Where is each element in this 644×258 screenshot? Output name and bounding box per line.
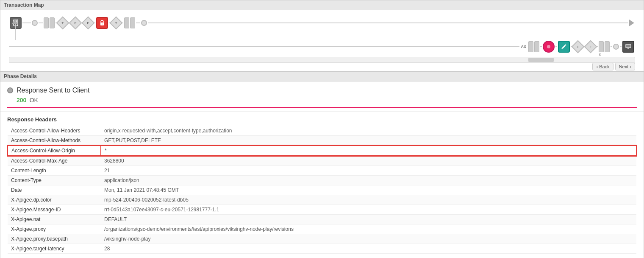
transaction-map-header: Transaction Map <box>0 0 644 10</box>
header-name: Content-Length <box>8 166 101 176</box>
bar-1 <box>44 17 49 28</box>
scroll-thumb[interactable] <box>528 58 554 62</box>
t-diamond-1: T <box>56 16 69 29</box>
header-value: /organizations/gsc-demo/environments/tes… <box>101 224 636 234</box>
header-name: Content-Type <box>8 176 101 185</box>
bar-b4 <box>605 41 610 52</box>
status-row: 200 OK <box>17 97 637 104</box>
status-code: 200 <box>17 97 26 104</box>
flow-line-b1 <box>540 46 542 47</box>
header-value: Mon, 11 Jan 2021 07:48:45 GMT <box>101 185 636 195</box>
server-node <box>622 41 634 53</box>
header-name: Access-Control-Max-Age <box>8 156 101 166</box>
table-row: X-Apigee.proxy/organizations/gsc-demo/en… <box>8 224 636 234</box>
bar-group-bottom-2 <box>598 41 610 52</box>
t-diamond-b1: T <box>571 40 584 53</box>
scroll-label: ε <box>599 52 601 56</box>
transaction-map-title: Transaction Map <box>4 2 44 8</box>
headers-table: Access-Control-Allow-Headersorigin,x-req… <box>7 126 637 254</box>
table-row: Content-Length21 <box>8 166 636 176</box>
bar-group-1 <box>43 17 55 28</box>
header-name: X-Apigee.proxy.basepath <box>8 234 101 244</box>
header-name: X-Apigee.proxy <box>8 224 101 234</box>
table-row: Access-Control-Allow-Headersorigin,x-req… <box>8 126 636 136</box>
header-value: /viksinghv-node-play <box>101 234 636 244</box>
svg-rect-9 <box>626 49 630 49</box>
flow-line-b6 <box>611 46 612 47</box>
header-name: Date <box>8 185 101 195</box>
bar-group-bottom-1 <box>528 41 540 52</box>
bar-2 <box>50 17 55 28</box>
svg-point-4 <box>102 24 103 25</box>
bar-b2 <box>534 41 539 52</box>
flow-line-expand <box>148 22 628 23</box>
scroll-area[interactable]: ε <box>9 57 635 63</box>
flow-line-b7 <box>620 46 622 47</box>
f-diamond-1: F <box>69 16 82 29</box>
t-diamond-2: T <box>109 16 122 29</box>
phase-details-header: Phase Details <box>0 72 644 81</box>
flow-line-9 <box>136 22 140 23</box>
svg-point-5 <box>547 45 550 48</box>
arrow-up-left <box>12 20 18 24</box>
bar-b1 <box>528 41 533 52</box>
header-value: 3628800 <box>101 156 636 166</box>
headers-section: Response Headers Access-Control-Allow-He… <box>0 112 644 258</box>
table-row: X-Apigee.Message-IDrrt-0d5143a107ee43097… <box>8 205 636 215</box>
phase-dot <box>7 87 13 93</box>
table-row: Access-Control-Allow-Origin* <box>8 146 636 156</box>
phase-details-title: Phase Details <box>4 73 37 79</box>
dot-node-2 <box>141 20 147 26</box>
v-connector-left <box>15 21 16 40</box>
nav-row: ‹ Back Next › <box>592 63 635 70</box>
bar-4 <box>130 17 135 28</box>
lock-node <box>96 17 108 29</box>
table-row: X-Apigee.target-latency28 <box>8 244 636 254</box>
header-value: origin,x-requested-with,accept,content-t… <box>101 126 636 136</box>
phase-title-row: Response Sent to Client <box>7 87 637 94</box>
dot-node-1 <box>32 20 38 26</box>
header-value: application/json <box>101 176 636 185</box>
header-value: mp-524-200406-0020052-latest-db05 <box>101 195 636 205</box>
flow-line-b2 <box>555 46 557 47</box>
f-diamond-2: F <box>81 16 94 29</box>
table-row: Content-Typeapplication/json <box>8 176 636 185</box>
table-row: DateMon, 11 Jan 2021 07:48:45 GMT <box>8 185 636 195</box>
dot-node-b1 <box>613 44 619 50</box>
table-row: X-Apigee.natDEFAULT <box>8 215 636 224</box>
flow-line-1 <box>22 22 31 23</box>
edit-node <box>558 41 570 53</box>
ax-label: AX <box>521 45 526 49</box>
table-row: X-Apigee.dp.colormp-524-200406-0020052-l… <box>8 195 636 205</box>
table-row: Access-Control-Allow-MethodsGET,PUT,POST… <box>8 136 636 146</box>
header-value: 28 <box>101 244 636 254</box>
header-name: Access-Control-Allow-Methods <box>8 136 101 146</box>
back-button[interactable]: ‹ Back <box>592 63 613 70</box>
header-name: X-Apigee.dp.color <box>8 195 101 205</box>
header-name: X-Apigee.target-latency <box>8 244 101 254</box>
transaction-map-body: T F F T <box>0 10 644 72</box>
headers-title: Response Headers <box>7 116 637 123</box>
phase-details-body: Response Sent to Client 200 OK <box>0 81 644 112</box>
pink-circle-node <box>543 41 555 53</box>
header-value: GET,PUT,POST,DELETE <box>101 136 636 146</box>
flow-line-bottom-expand <box>9 46 519 47</box>
header-value: DEFAULT <box>101 215 636 224</box>
header-name: Access-Control-Allow-Origin <box>8 146 101 156</box>
bar-group-2 <box>124 17 136 28</box>
header-name: X-Apigee.Message-ID <box>8 205 101 215</box>
header-name: X-Apigee.nat <box>8 215 101 224</box>
flow-row-bottom: AX T F <box>9 39 635 54</box>
header-value: rrt-0d5143a107ee43097-c-eu-20571-1298177… <box>101 205 636 215</box>
f-diamond-b1: F <box>584 40 597 53</box>
flow-row-top: T F F T <box>9 15 635 31</box>
table-row: Access-Control-Max-Age3628800 <box>8 156 636 166</box>
header-name: Access-Control-Allow-Headers <box>8 126 101 136</box>
bar-b3 <box>599 41 604 52</box>
svg-rect-8 <box>627 48 629 49</box>
flow-line-2 <box>39 22 43 23</box>
next-button[interactable]: Next › <box>615 63 635 70</box>
status-text: OK <box>30 97 38 104</box>
header-value: 21 <box>101 166 636 176</box>
pink-divider <box>7 107 637 108</box>
